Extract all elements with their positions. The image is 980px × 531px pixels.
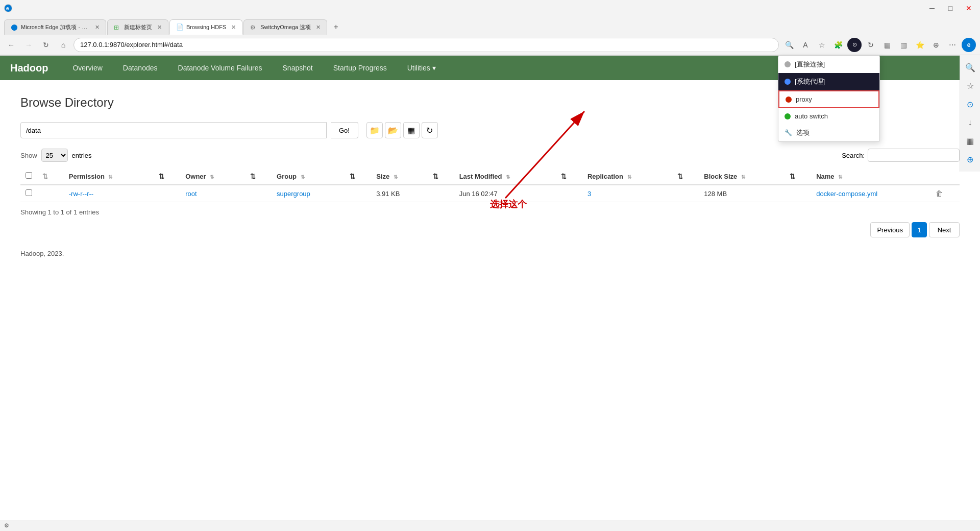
back-button[interactable]: ←: [4, 38, 18, 52]
col-sort-7: ⇅: [677, 173, 683, 180]
go-button[interactable]: Go!: [331, 122, 358, 138]
sidebar-downloads-icon[interactable]: ↓: [962, 114, 978, 131]
col-sort-5: ⇅: [433, 173, 438, 180]
switchy-item-system[interactable]: [系统代理]: [778, 73, 879, 90]
maximize-button[interactable]: □: [943, 1, 958, 15]
cell-permission: -rw-r--r--: [64, 185, 154, 202]
nav-startup-progress[interactable]: Startup Progress: [329, 62, 391, 74]
read-mode-icon[interactable]: A: [798, 38, 813, 52]
entries-select[interactable]: 25 50 100: [41, 149, 68, 162]
pagination: Previous 1 Next: [20, 222, 960, 237]
nav-datanodes[interactable]: Datanodes: [119, 62, 162, 74]
address-bar[interactable]: 127.0.0.1:9870/explorer.html#/data: [74, 38, 779, 52]
switchy-item-auto-switch[interactable]: auto switch: [778, 108, 879, 124]
new-tab-button[interactable]: +: [328, 19, 344, 35]
cell-owner: root: [180, 185, 245, 202]
tab-label-1: Microsoft Edge 加载项 - Switchy...: [21, 23, 90, 31]
home-button[interactable]: ⌂: [56, 38, 70, 52]
status-text: ⚙: [4, 522, 9, 529]
replication-link[interactable]: 3: [587, 190, 591, 198]
tab-label-4: SwitchyOmega 选项: [260, 23, 311, 31]
switchy-dot-system: [785, 79, 791, 85]
sidebar-apps-icon[interactable]: ▦: [962, 133, 978, 149]
owner-link[interactable]: root: [185, 190, 197, 198]
permission-link[interactable]: -rw-r--r--: [69, 190, 93, 198]
mkdir-icon[interactable]: 📂: [385, 122, 401, 138]
next-button[interactable]: Next: [929, 222, 960, 237]
path-input[interactable]: [20, 122, 327, 138]
switchy-item-proxy[interactable]: proxy: [778, 90, 879, 108]
switchy-label-system: [系统代理]: [795, 77, 825, 86]
favorites-icon[interactable]: ☆: [815, 38, 829, 52]
nav-utilities[interactable]: Utilities: [403, 62, 440, 74]
switchy-label-options: 选项: [796, 128, 810, 137]
tab-favicon-3: 📄: [176, 23, 183, 31]
address-text: 127.0.0.1:9870/explorer.html#/data: [80, 41, 183, 49]
svg-point-2: [11, 24, 17, 30]
nav-snapshot[interactable]: Snapshot: [279, 62, 317, 74]
tab-browsing-hdfs[interactable]: 📄 Browsing HDFS ✕: [169, 19, 242, 35]
favorites-star-icon[interactable]: ⭐: [913, 38, 927, 52]
tab-new-tab[interactable]: ⊞ 新建标签页 ✕: [107, 19, 168, 35]
page-number-1[interactable]: 1: [912, 222, 927, 237]
sidebar-plus-icon[interactable]: ⊕: [962, 151, 978, 167]
more-button[interactable]: ⋯: [945, 38, 960, 52]
tab-close-2[interactable]: ✕: [157, 24, 162, 31]
search-icon[interactable]: 🔍: [782, 38, 796, 52]
refresh-dir-icon[interactable]: ↻: [422, 122, 438, 138]
nav-overview[interactable]: Overview: [68, 62, 106, 74]
sidebar-favorites-icon[interactable]: ☆: [962, 78, 978, 94]
minimize-button[interactable]: ─: [925, 1, 939, 15]
col-name[interactable]: Name ⇅: [811, 168, 930, 185]
edge-right-sidebar: 🔍 ☆ ⊙ ↓ ▦ ⊕: [960, 55, 980, 172]
refresh-button[interactable]: ↻: [39, 38, 53, 52]
previous-button[interactable]: Previous: [870, 222, 910, 237]
search-input[interactable]: [868, 149, 960, 162]
nav-datanode-volume-failures[interactable]: Datanode Volume Failures: [174, 62, 266, 74]
col-owner[interactable]: Owner ⇅: [180, 168, 245, 185]
file-table: ⇅ Permission ⇅ ⇅ Owner ⇅ ⇅ Group ⇅ ⇅ Siz…: [20, 168, 960, 202]
col-block-size[interactable]: Block Size ⇅: [699, 168, 785, 185]
collections-icon[interactable]: ▦: [880, 38, 894, 52]
switchy-extension-icon[interactable]: ⊙: [847, 38, 862, 52]
col-sort-3: ⇅: [250, 173, 256, 180]
file-link[interactable]: docker-compose.yml: [816, 190, 877, 198]
sidebar-icon[interactable]: ▥: [896, 38, 911, 52]
switchy-item-options[interactable]: 🔧 选项: [778, 124, 879, 141]
tab-close-1[interactable]: ✕: [95, 24, 100, 31]
col-group[interactable]: Group ⇅: [272, 168, 345, 185]
col-sort-icon: ⇅: [42, 173, 48, 180]
col-last-modified[interactable]: Last Modified ⇅: [454, 168, 556, 185]
cell-group: supergroup: [272, 185, 345, 202]
svg-text:e: e: [6, 6, 9, 11]
sync-icon[interactable]: ↻: [864, 38, 878, 52]
group-link[interactable]: supergroup: [277, 190, 310, 198]
switchy-item-direct[interactable]: [直接连接]: [778, 56, 879, 73]
tab-favicon-4: ⚙: [250, 24, 257, 31]
close-button[interactable]: ✕: [962, 1, 976, 15]
sidebar-history-icon[interactable]: ⊙: [962, 96, 978, 112]
upload-icon[interactable]: 📁: [366, 122, 383, 138]
extensions-icon[interactable]: 🧩: [831, 38, 845, 52]
switchy-dot-direct: [785, 61, 791, 67]
select-all-checkbox[interactable]: [26, 172, 32, 179]
col-size[interactable]: Size ⇅: [371, 168, 428, 185]
tab-close-4[interactable]: ✕: [316, 24, 321, 31]
forward-button[interactable]: →: [21, 38, 36, 52]
sidebar-search-icon[interactable]: 🔍: [962, 59, 978, 76]
row-checkbox[interactable]: [26, 189, 32, 196]
tab-close-3[interactable]: ✕: [231, 24, 236, 31]
browser-favicon: e: [4, 4, 12, 12]
tab-edge-addons[interactable]: Microsoft Edge 加载项 - Switchy... ✕: [4, 19, 106, 35]
col-sort-2: ⇅: [159, 173, 164, 180]
tab-switchyomega[interactable]: ⚙ SwitchyOmega 选项 ✕: [243, 19, 327, 35]
view-icon[interactable]: ▦: [403, 122, 420, 138]
col-replication[interactable]: Replication ⇅: [582, 168, 673, 185]
col-sort-8: ⇅: [790, 173, 795, 180]
profile-icon[interactable]: ⊕: [929, 38, 943, 52]
switchy-label-auto-switch: auto switch: [795, 112, 828, 120]
cell-block-size: 128 MB: [699, 185, 785, 202]
annotation-text: 选择这个: [490, 198, 527, 210]
delete-icon[interactable]: 🗑: [936, 189, 943, 198]
col-permission[interactable]: Permission ⇅: [64, 168, 154, 185]
